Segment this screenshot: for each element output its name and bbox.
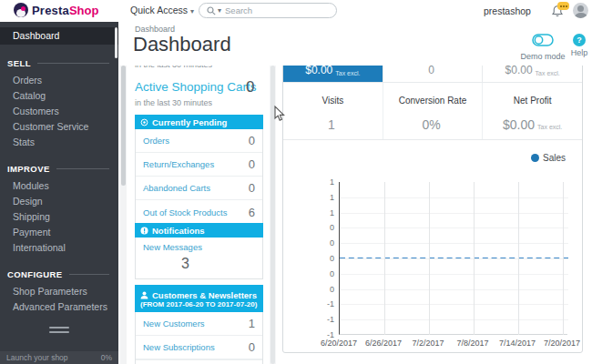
kpi-bottom-row: Visits 1 Conversion Rate 0% Net Profit $… <box>283 83 582 140</box>
sidebar-scrollbar[interactable] <box>115 27 117 58</box>
search-input[interactable]: ▾ Search <box>199 3 337 18</box>
panel-row-link[interactable]: New Customers <box>143 318 205 329</box>
launch-shop-label: Launch your shop <box>6 353 68 362</box>
chevron-down-icon: ▾ <box>190 7 194 15</box>
h-gridline <box>340 243 568 244</box>
v-gridline <box>563 182 564 335</box>
top-bar: PrestaShop Quick Access▾ ▾ Search presta… <box>0 0 592 22</box>
y-axis-tick-label: 0 <box>318 285 334 294</box>
v-gridline <box>384 182 385 335</box>
sidebar-item-stats[interactable]: Stats <box>0 135 118 150</box>
sidebar-item-advanced-parameters[interactable]: Advanced Parameters <box>0 299 118 315</box>
chart-plot-area <box>339 182 567 335</box>
panel-row-value: 0 <box>249 134 255 147</box>
panel-row-link[interactable]: Return/Exchanges <box>143 159 214 169</box>
active-shopping-carts-value: 0 <box>246 78 254 96</box>
panel-row-value: 0 <box>249 340 255 354</box>
sidebar-item-modules[interactable]: Modules <box>0 178 118 194</box>
customers-newsletters-header: Customers & Newsletters (FROM 2017-06-20… <box>135 285 263 312</box>
active-shopping-carts-title: Active Shopping Carts <box>135 80 257 94</box>
quick-access-label: Quick Access <box>130 5 188 15</box>
kpi-sales-value-cell[interactable]: $0.00 Tax excl. <box>283 66 383 82</box>
sidebar-item-design[interactable]: Design <box>0 194 118 209</box>
logo-text-shop: Shop <box>69 4 99 17</box>
h-gridline <box>340 197 568 198</box>
y-axis-tick-label: 1 <box>318 208 334 217</box>
new-messages-link[interactable]: New Messages <box>143 242 202 252</box>
sidebar-item-shop-parameters[interactable]: Shop Parameters <box>0 284 118 299</box>
search-scope-chevron-icon[interactable]: ▾ <box>218 6 221 15</box>
notifications-header: Notifications <box>135 223 263 238</box>
panel-title: Currently Pending <box>152 117 227 127</box>
kpi-cart-value-cell[interactable]: $0.00 Tax excl. <box>483 66 582 82</box>
sidebar-item-catalog[interactable]: Catalog <box>0 88 118 104</box>
y-axis-tick-label: 1 <box>318 193 334 202</box>
panel-row-value: 6 <box>249 206 255 219</box>
sidebar-section-heading: IMPROVE <box>0 162 118 175</box>
x-axis-tick-label: 7/2/2017 <box>405 339 451 348</box>
y-axis-tick-label: 0 <box>318 269 334 278</box>
page-title: Dashboard <box>133 33 231 56</box>
h-gridline <box>340 289 568 290</box>
quick-access-menu[interactable]: Quick Access▾ <box>130 5 194 15</box>
panel-row-link[interactable]: Orders <box>143 136 169 146</box>
x-axis-tick-label: 6/26/2017 <box>361 339 406 348</box>
demo-mode-toggle[interactable]: Demo mode <box>519 34 566 61</box>
new-messages-count: 3 <box>181 256 189 272</box>
panel-row-link[interactable]: New Subscriptions <box>143 342 215 352</box>
toggle-icon <box>532 34 554 46</box>
sidebar-item-customer-service[interactable]: Customer Service <box>0 119 118 135</box>
kpi-net-profit-cell[interactable]: Net Profit $0.00Tax excl. <box>483 83 582 139</box>
kpi-conversion-rate-cell[interactable]: Conversion Rate 0% <box>383 83 484 139</box>
launch-shop-percent: 0% <box>101 353 112 362</box>
panel-row-value: 0 <box>249 157 255 171</box>
prestashop-logo[interactable]: PrestaShop <box>14 3 98 17</box>
kpi-label: Visits <box>283 96 383 106</box>
x-axis-tick-label: 7/14/2017 <box>495 339 540 348</box>
kpi-visits-cell[interactable]: Visits 1 <box>283 83 383 139</box>
chart-legend[interactable]: Sales <box>531 153 566 163</box>
kpi-orders-value-cell[interactable]: 0 <box>383 66 484 82</box>
kpi-suffix: Tax excl. <box>536 70 560 76</box>
sidebar-item-shipping[interactable]: Shipping <box>0 209 118 225</box>
search-placeholder: Search <box>225 5 252 15</box>
notifications-bell-button[interactable] <box>551 4 567 19</box>
panel-title: Customers & Newsletters <box>152 290 257 300</box>
sidebar-item-dashboard[interactable]: Dashboard <box>0 27 118 45</box>
person-icon <box>140 291 148 299</box>
h-gridline <box>340 213 568 214</box>
h-gridline <box>340 304 568 305</box>
sidebar-section-divider <box>37 63 109 64</box>
currently-pending-header: Currently Pending <box>135 115 263 129</box>
username-menu[interactable]: prestashop <box>484 5 531 16</box>
panel-row-link[interactable]: Out of Stock Products <box>143 207 227 217</box>
content-scrollbar-thumb[interactable] <box>121 66 126 186</box>
notification-badge <box>557 2 569 10</box>
h-gridline <box>340 258 568 259</box>
sidebar-nav: Dashboard SELLOrdersCatalogCustomersCust… <box>0 22 118 351</box>
launch-your-shop-bar[interactable]: Launch your shop 0% <box>0 351 118 364</box>
sidebar-section-label: IMPROVE <box>7 164 50 174</box>
clipped-subtitle: in the last 30 minutes <box>135 66 212 69</box>
panel-row-value: 1 <box>249 317 255 330</box>
legend-label: Sales <box>543 153 566 163</box>
sidebar-item-international[interactable]: International <box>0 240 118 256</box>
y-axis-tick-label: 0 <box>318 238 334 248</box>
prestashop-logo-icon <box>14 3 28 17</box>
panel-title: Notifications <box>152 226 205 236</box>
sidebar-item-customers[interactable]: Customers <box>0 104 118 119</box>
help-label: Help <box>566 48 592 57</box>
sidebar-section-divider <box>56 168 109 169</box>
sidebar-item-payment[interactable]: Payment <box>0 225 118 240</box>
panel-row-partial <box>136 359 262 364</box>
collapse-menu-icon[interactable] <box>49 327 69 333</box>
currently-pending-panel: Currently Pending Orders0Return/Exchange… <box>135 115 263 225</box>
user-avatar[interactable] <box>573 3 588 18</box>
kpi-suffix: Tax excl. <box>537 124 562 130</box>
sidebar-item-orders[interactable]: Orders <box>0 73 118 88</box>
help-button[interactable]: ? Help <box>566 34 592 57</box>
target-icon <box>140 118 148 126</box>
h-gridline <box>340 228 568 228</box>
prestashop-admin-screen: PrestaShop Quick Access▾ ▾ Search presta… <box>0 0 592 364</box>
panel-row-link[interactable]: Abandoned Carts <box>143 183 210 193</box>
